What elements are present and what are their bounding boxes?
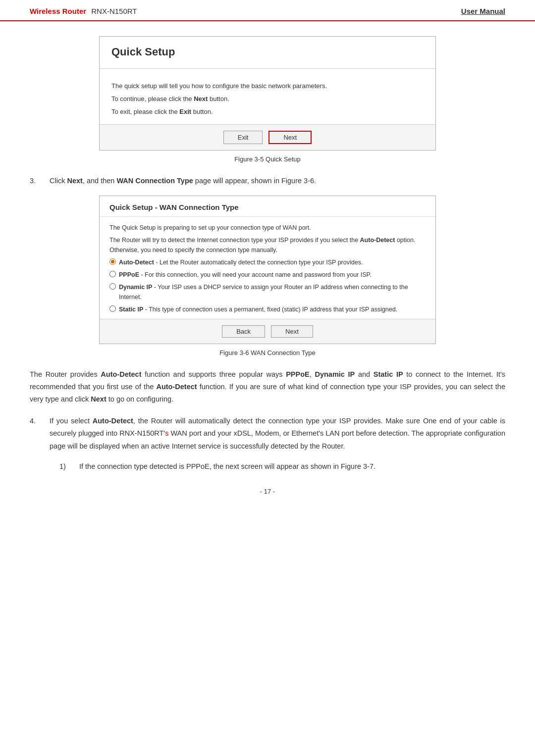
quick-setup-footer: Exit Next [100,124,435,150]
page-header: Wireless Router RNX-N150RT User Manual [0,0,535,21]
option-auto-detect-label: Auto-Detect - Let the Router automatical… [119,257,363,267]
main-content: Quick Setup The quick setup will tell yo… [0,36,535,473]
option-dynamic-ip-label: Dynamic IP - Your ISP uses a DHCP servic… [119,282,426,302]
step-4-num: 4. [30,415,45,453]
qs-line2: To continue, please click the Next butto… [111,94,424,104]
next-button-fig5[interactable]: Next [268,131,312,144]
radio-pppoe[interactable] [109,271,116,277]
figure6-caption: Figure 3-6 WAN Connection Type [30,349,505,356]
page-number: - 17 - [0,488,535,505]
sub-step-1-text: If the connection type detected is PPPoE… [79,460,375,473]
step-3: 3. Click Next, and then WAN Connection T… [30,175,505,187]
step-3-num: 3. [30,175,45,187]
radio-dynamic-ip[interactable] [109,283,116,290]
wan-title: Quick Setup - WAN Connection Type [100,196,435,217]
option-dynamic-ip[interactable]: Dynamic IP - Your ISP uses a DHCP servic… [109,282,426,302]
manual-label: User Manual [461,7,505,15]
radio-static-ip[interactable] [109,305,116,312]
quick-setup-title: Quick Setup [100,37,435,63]
divider-1 [100,68,435,69]
quick-setup-box: Quick Setup The quick setup will tell yo… [99,36,436,151]
figure5-caption: Figure 3-5 Quick Setup [30,155,505,163]
option-auto-detect[interactable]: Auto-Detect - Let the Router automatical… [109,257,426,267]
wan-intro1: The Quick Setup is preparing to set up y… [109,223,426,233]
qs-line3: To exit, please click the Exit button. [111,106,424,117]
sub-step-1-num: 1) [59,460,74,473]
sub-step-1: 1) If the connection type detected is PP… [59,460,505,473]
radio-auto-detect[interactable] [109,258,116,265]
step-4: 4. If you select Auto-Detect, the Router… [30,415,505,453]
brand-label: Wireless Router [30,7,86,15]
next-button-fig6[interactable]: Next [271,325,313,338]
wan-footer: Back Next [100,319,435,344]
option-pppoe[interactable]: PPPoE - For this connection, you will ne… [109,270,426,280]
option-pppoe-label: PPPoE - For this connection, you will ne… [119,270,372,280]
back-button[interactable]: Back [222,325,265,338]
wan-intro2: The Router will try to detect the Intern… [109,235,426,255]
auto-detect-paragraph: The Router provides Auto-Detect function… [30,368,505,406]
option-static-ip[interactable]: Static IP - This type of connection uses… [109,304,426,314]
step-3-text: Click Next, and then WAN Connection Type… [50,175,316,187]
header-left: Wireless Router RNX-N150RT [30,7,137,15]
wan-body: The Quick Setup is preparing to set up y… [100,217,435,319]
step-4-text: If you select Auto-Detect, the Router wi… [50,415,505,453]
quick-setup-body: The quick setup will tell you how to con… [100,74,435,124]
model-label: RNX-N150RT [91,7,137,15]
qs-line1: The quick setup will tell you how to con… [111,81,424,92]
exit-button[interactable]: Exit [223,131,263,144]
wan-connection-box: Quick Setup - WAN Connection Type The Qu… [99,196,436,344]
option-static-ip-label: Static IP - This type of connection uses… [119,304,397,314]
